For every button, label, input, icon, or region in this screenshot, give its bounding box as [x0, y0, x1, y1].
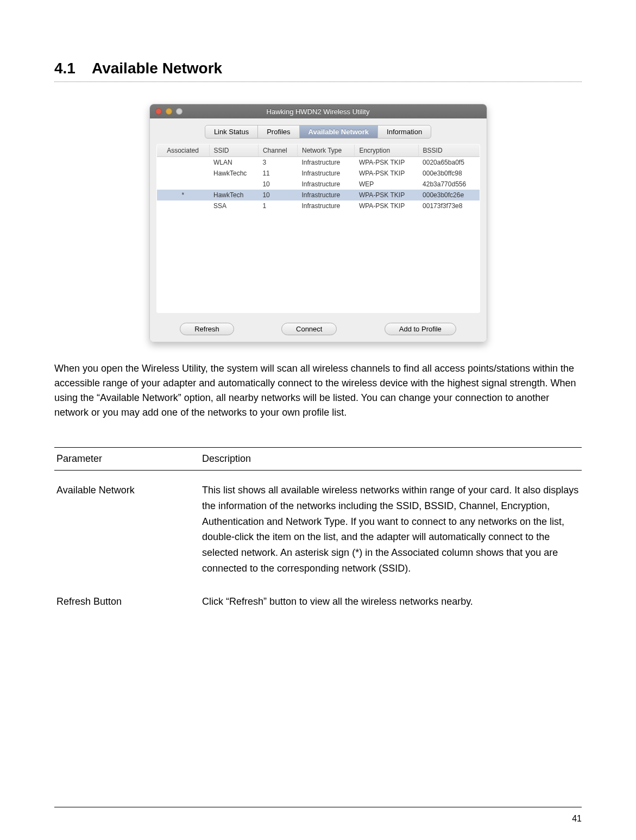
cell-channel: 11 — [258, 168, 297, 179]
cell-ssid: WLAN — [209, 157, 258, 168]
param-header-description: Description — [200, 448, 582, 471]
tab-information[interactable]: Information — [377, 125, 431, 139]
table-row[interactable]: WLAN3InfrastructureWPA-PSK TKIP0020a65ba… — [156, 157, 480, 168]
page-number: 41 — [572, 814, 582, 824]
cell-associated — [156, 200, 209, 211]
cell-ssid: SSA — [209, 200, 258, 211]
refresh-button[interactable]: Refresh — [180, 323, 234, 335]
footer-rule — [54, 807, 582, 807]
col-bssid[interactable]: BSSID — [418, 145, 480, 157]
cell-network_type: Infrastructure — [298, 157, 355, 168]
table-row[interactable]: 10InfrastructureWEP42b3a770d556 — [156, 179, 480, 190]
tab-available-network[interactable]: Available Network — [299, 125, 379, 139]
cell-associated — [156, 179, 209, 190]
table-row[interactable]: *HawkTech10InfrastructureWPA-PSK TKIP000… — [156, 190, 480, 200]
add-to-profile-button[interactable]: Add to Profile — [385, 323, 456, 335]
network-table[interactable]: Associated SSID Channel Network Type Enc… — [156, 144, 480, 313]
cell-encryption: WPA-PSK TKIP — [355, 157, 418, 168]
cell-network_type: Infrastructure — [298, 179, 355, 190]
cell-encryption: WPA-PSK TKIP — [355, 190, 418, 200]
col-associated[interactable]: Associated — [156, 145, 209, 157]
col-network-type[interactable]: Network Type — [298, 145, 355, 157]
col-channel[interactable]: Channel — [258, 145, 297, 157]
cell-bssid: 0020a65ba0f5 — [418, 157, 480, 168]
cell-network_type: Infrastructure — [298, 168, 355, 179]
tab-link-status[interactable]: Link Status — [205, 125, 258, 139]
intro-paragraph: When you open the Wireless Utility, the … — [54, 361, 582, 420]
section-title-text: Available Network — [92, 60, 222, 77]
param-refresh-button: Refresh Button — [54, 582, 200, 615]
table-row[interactable]: SSA1InfrastructureWPA-PSK TKIP00173f3f73… — [156, 200, 480, 211]
cell-encryption: WPA-PSK TKIP — [355, 200, 418, 211]
title-underline — [54, 82, 582, 82]
cell-network_type: Infrastructure — [298, 200, 355, 211]
param-refresh-button-desc: Click “Refresh” button to view all the w… — [200, 582, 582, 615]
window-title: Hawking HWDN2 Wireless Utility — [150, 108, 487, 116]
param-available-network: Available Network — [54, 471, 200, 582]
section-heading: 4.1 Available Network — [54, 60, 582, 77]
cell-ssid: HawkTech — [209, 190, 258, 200]
tab-bar: Link Status Profiles Available Network I… — [156, 125, 480, 139]
cell-channel: 10 — [258, 190, 297, 200]
cell-associated — [156, 168, 209, 179]
col-encryption[interactable]: Encryption — [355, 145, 418, 157]
window-titlebar: Hawking HWDN2 Wireless Utility — [150, 104, 487, 118]
cell-bssid: 00173f3f73e8 — [418, 200, 480, 211]
param-header-parameter: Parameter — [54, 448, 200, 471]
cell-ssid — [209, 179, 258, 190]
tab-profiles[interactable]: Profiles — [257, 125, 299, 139]
cell-encryption: WEP — [355, 179, 418, 190]
cell-bssid: 42b3a770d556 — [418, 179, 480, 190]
utility-window: Hawking HWDN2 Wireless Utility Link Stat… — [149, 104, 487, 342]
parameter-table: Parameter Description Available Network … — [54, 447, 582, 615]
cell-bssid: 000e3b0fc26e — [418, 190, 480, 200]
table-row[interactable]: HawkTechc11InfrastructureWPA-PSK TKIP000… — [156, 168, 480, 179]
cell-channel: 10 — [258, 179, 297, 190]
cell-bssid: 000e3b0ffc98 — [418, 168, 480, 179]
cell-encryption: WPA-PSK TKIP — [355, 168, 418, 179]
param-available-network-desc: This list shows all available wireless n… — [200, 471, 582, 582]
cell-ssid: HawkTechc — [209, 168, 258, 179]
cell-associated: * — [156, 190, 209, 200]
col-ssid[interactable]: SSID — [209, 145, 258, 157]
cell-network_type: Infrastructure — [298, 190, 355, 200]
cell-channel: 1 — [258, 200, 297, 211]
cell-channel: 3 — [258, 157, 297, 168]
section-number: 4.1 — [54, 60, 75, 77]
cell-associated — [156, 157, 209, 168]
connect-button[interactable]: Connect — [281, 323, 337, 335]
